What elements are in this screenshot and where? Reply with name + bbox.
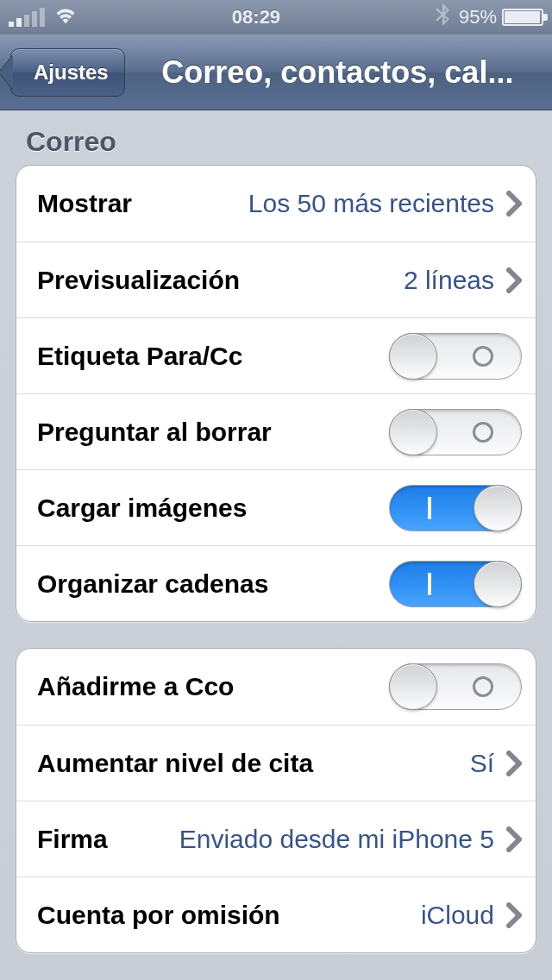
cell-label: Firma — [37, 825, 108, 854]
cell-value: Los 50 más recientes — [248, 189, 494, 218]
section-header-mail: Correo — [16, 110, 536, 165]
cell-preview[interactable]: Previsualización 2 líneas — [16, 242, 536, 317]
chevron-right-icon — [506, 826, 522, 852]
toggle-always-bcc[interactable] — [389, 663, 522, 710]
cellular-signal-icon — [9, 8, 45, 27]
settings-content: Correo Mostrar Los 50 más recientes Prev… — [0, 110, 552, 953]
cell-label: Cargar imágenes — [37, 493, 247, 523]
battery-percent: 95% — [459, 6, 497, 28]
nav-bar: Ajustes Correo, contactos, cal... — [0, 35, 552, 110]
chevron-right-icon — [506, 751, 522, 776]
chevron-right-icon — [506, 191, 522, 217]
cell-always-bcc: Añadirme a Cco — [16, 649, 536, 725]
status-clock: 08:29 — [232, 6, 280, 28]
back-button-label: Ajustes — [34, 60, 109, 85]
toggle-organize-threads[interactable] — [389, 561, 522, 607]
chevron-left-icon — [0, 55, 13, 90]
status-bar: 08:29 95% — [0, 0, 552, 35]
cell-value: 2 líneas — [404, 266, 494, 295]
toggle-to-cc-label[interactable] — [389, 333, 522, 380]
cell-show[interactable]: Mostrar Los 50 más recientes — [16, 166, 536, 242]
settings-group-mail: Mostrar Los 50 más recientes Previsualiz… — [16, 165, 536, 622]
chevron-right-icon — [506, 902, 522, 928]
toggle-load-images[interactable] — [389, 485, 522, 531]
cell-label: Mostrar — [37, 189, 132, 218]
cell-label: Organizar cadenas — [37, 569, 268, 599]
cell-signature[interactable]: Firma Enviado desde mi iPhone 5 — [16, 801, 536, 876]
cell-value: iCloud — [421, 901, 494, 930]
cell-label: Aumentar nivel de cita — [37, 749, 313, 778]
toggle-ask-before-delete[interactable] — [389, 409, 522, 455]
wifi-icon — [53, 5, 78, 29]
cell-default-account[interactable]: Cuenta por omisión iCloud — [16, 876, 536, 952]
cell-label: Preguntar al borrar — [37, 418, 272, 447]
cell-ask-before-delete: Preguntar al borrar — [16, 393, 536, 469]
cell-value: Enviado desde mi iPhone 5 — [123, 825, 494, 854]
battery-indicator: 95% — [459, 6, 543, 28]
cell-label: Etiqueta Para/Cc — [37, 342, 242, 371]
chevron-right-icon — [506, 267, 522, 293]
cell-load-images: Cargar imágenes — [16, 469, 536, 545]
cell-to-cc-label: Etiqueta Para/Cc — [16, 317, 536, 393]
cell-label: Añadirme a Cco — [37, 672, 234, 701]
cell-organize-threads: Organizar cadenas — [16, 545, 536, 621]
cell-quote-level[interactable]: Aumentar nivel de cita Sí — [16, 725, 536, 801]
cell-label: Previsualización — [37, 266, 240, 295]
page-title: Correo, contactos, cal... — [125, 54, 542, 91]
settings-group-compose: Añadirme a Cco Aumentar nivel de cita Sí… — [16, 648, 536, 953]
back-button[interactable]: Ajustes — [10, 48, 125, 97]
cell-value: Sí — [470, 749, 494, 778]
cell-label: Cuenta por omisión — [37, 901, 280, 930]
bluetooth-icon — [435, 3, 450, 31]
battery-icon — [502, 9, 543, 26]
